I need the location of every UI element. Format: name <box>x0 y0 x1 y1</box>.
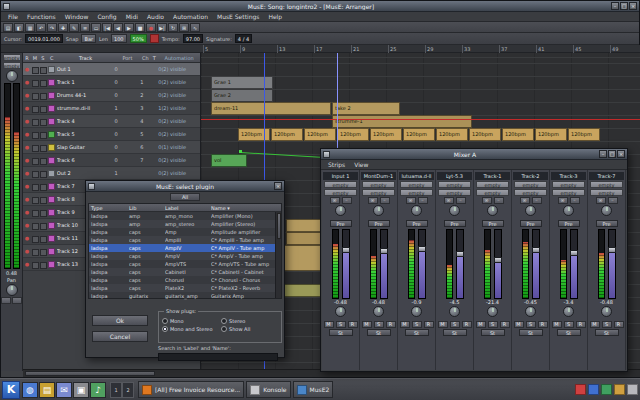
pager-desktop[interactable]: 1 <box>110 382 122 398</box>
solo-cell[interactable] <box>39 245 47 257</box>
len-select[interactable]: 100 <box>111 34 127 43</box>
record-arm-icon[interactable] <box>23 154 31 166</box>
toolbar-icon[interactable]: ↻ <box>168 23 178 32</box>
toolbar-icon[interactable]: ↶ <box>36 23 46 32</box>
tray-icon[interactable] <box>601 384 612 395</box>
toolbar-icon[interactable]: ■ <box>135 23 145 32</box>
record-arm-icon[interactable] <box>23 193 31 205</box>
aux-send-knob[interactable] <box>449 306 460 317</box>
track-port[interactable]: 0 <box>114 63 140 75</box>
close-button[interactable]: × <box>617 150 625 158</box>
track-timelock[interactable] <box>150 128 158 140</box>
record-arm-icon[interactable] <box>23 167 31 179</box>
k-menu-button[interactable]: K <box>2 381 20 399</box>
strip-name[interactable]: Track-2 <box>513 172 548 180</box>
pan-knob[interactable] <box>6 70 18 82</box>
arranger-part[interactable]: 120bpm <box>238 128 270 141</box>
record-arm-icon[interactable] <box>23 258 31 270</box>
monitor-button[interactable]: ◦ <box>494 197 504 204</box>
automation-node[interactable] <box>239 150 242 153</box>
solo-button[interactable]: S <box>564 321 574 328</box>
volume-fader[interactable] <box>608 229 616 299</box>
strip-output-routing-button[interactable]: empty <box>590 189 623 196</box>
close-button[interactable]: × <box>629 2 637 10</box>
solo-cell[interactable] <box>39 219 47 231</box>
mute-button[interactable]: M <box>552 321 562 328</box>
snap-select[interactable]: Bar <box>81 34 96 43</box>
menu-item[interactable]: Audio <box>143 13 168 20</box>
record-arm-icon[interactable] <box>23 141 31 153</box>
solo-cell[interactable] <box>39 89 47 101</box>
toolbar-icon[interactable]: ✚ <box>58 23 68 32</box>
close-button[interactable]: × <box>274 182 282 190</box>
track-automation[interactable]: 0(2) visible <box>158 128 200 140</box>
track-port[interactable]: 0 <box>114 154 140 166</box>
stereo-mono-button[interactable]: St <box>595 329 619 336</box>
track-automation[interactable]: 1(2) visible <box>158 102 200 114</box>
stereo-toggle-button[interactable]: ∞ <box>482 197 492 204</box>
stereo-mono-button[interactable]: St <box>557 329 581 336</box>
aux-send-knob[interactable] <box>563 306 574 317</box>
arranger-part[interactable]: 120bpm <box>502 128 534 141</box>
track-row[interactable]: Out 1 0 0(2) visible <box>23 63 200 76</box>
track-name[interactable]: Track 5 <box>57 128 115 140</box>
mute-cell[interactable] <box>31 219 39 231</box>
toolbar-icon[interactable]: ≡ <box>80 23 90 32</box>
dialog-titlebar[interactable]: MusE: select plugin × <box>86 181 284 192</box>
strip-input-routing-button[interactable]: empty <box>476 181 509 188</box>
minimize-button[interactable]: – <box>599 150 607 158</box>
arranger-part[interactable]: strumme-1 <box>332 115 472 128</box>
mute-button[interactable] <box>1 297 11 304</box>
solo-button[interactable] <box>12 297 22 304</box>
track-row[interactable]: Track 6 0 7 0(2) visible <box>23 154 200 167</box>
track-timelock[interactable] <box>150 89 158 101</box>
strip-name[interactable]: lutuama.d-ll <box>399 172 434 180</box>
record-arm-icon[interactable] <box>23 232 31 244</box>
mute-cell[interactable] <box>31 128 39 140</box>
track-row[interactable]: Track 1 0 1 0(2) visible <box>23 76 200 89</box>
track-channel[interactable]: 2 <box>140 89 150 101</box>
track-port[interactable]: 0 <box>114 128 140 140</box>
track-channel[interactable] <box>140 63 150 75</box>
arranger-part[interactable]: 120bpm <box>304 128 336 141</box>
strip-output-routing-button[interactable]: empty <box>476 189 509 196</box>
aux-send-knob[interactable] <box>525 306 536 317</box>
solo-cell[interactable] <box>39 154 47 166</box>
arranger-part[interactable]: 120bpm <box>436 128 468 141</box>
track-row[interactable]: strumme.di-ll 1 3 1(2) visible <box>23 102 200 115</box>
taskbar-task[interactable]: Konsole <box>246 381 290 398</box>
arranger-part[interactable]: vol <box>211 154 247 167</box>
plugin-row[interactable]: ladspa caps AmpVTS C* AmpVTS - Tube amp <box>89 260 281 268</box>
track-channel[interactable]: 6 <box>140 141 150 153</box>
automation-read-button[interactable]: R <box>500 321 510 328</box>
aux-send-knob[interactable] <box>373 306 384 317</box>
volume-fader[interactable] <box>570 229 578 299</box>
track-channel[interactable]: 5 <box>140 128 150 140</box>
track-timelock[interactable] <box>150 76 158 88</box>
pan-knob[interactable] <box>411 205 422 216</box>
solo-cell[interactable] <box>39 76 47 88</box>
monitor-button[interactable]: ◦ <box>342 197 352 204</box>
track-automation[interactable]: 0(2) visible <box>158 115 200 127</box>
menu-item[interactable]: Functions <box>23 13 60 20</box>
pan-knob[interactable] <box>335 205 346 216</box>
pager-desktop[interactable]: 2 <box>122 382 134 398</box>
pan-knob[interactable] <box>563 205 574 216</box>
stereo-toggle-button[interactable]: ∞ <box>368 197 378 204</box>
pre-fader-button[interactable]: Pre <box>368 220 390 227</box>
strip-input-routing-button[interactable]: empty <box>324 181 357 188</box>
solo-cell[interactable] <box>39 167 47 179</box>
strip-name[interactable]: Track-7 <box>589 172 624 180</box>
stereo-toggle-button[interactable]: ∞ <box>558 197 568 204</box>
mute-button[interactable]: M <box>476 321 486 328</box>
track-name[interactable]: Slap Guitar <box>57 141 115 153</box>
pan-knob[interactable] <box>525 205 536 216</box>
plug-filter-radio[interactable]: Mono and Stereo <box>162 326 219 332</box>
quantize-badge[interactable]: 50% <box>130 34 147 43</box>
arranger-part[interactable]: 120bpm <box>337 128 369 141</box>
strip-input-routing-button[interactable]: empty <box>590 181 623 188</box>
monitor-button[interactable]: ◦ <box>570 197 580 204</box>
track-name[interactable]: Out 1 <box>57 63 115 75</box>
track-row[interactable]: Track 4 0 4 0(2) visible <box>23 115 200 128</box>
track-name[interactable]: Out 2 <box>57 167 115 179</box>
